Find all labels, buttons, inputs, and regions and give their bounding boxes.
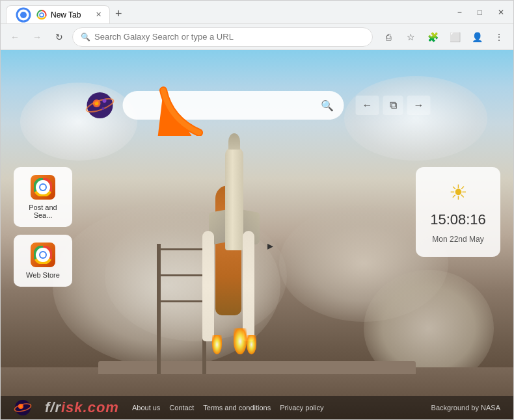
window-controls: − □ ✕ bbox=[453, 7, 508, 18]
galaxy-search-button[interactable]: 🔍 bbox=[321, 99, 334, 112]
sun-icon: ☀ bbox=[449, 180, 468, 205]
menu-button[interactable]: ⋮ bbox=[490, 28, 508, 46]
flame-left bbox=[212, 335, 222, 354]
new-tab-button[interactable]: + bbox=[110, 5, 128, 23]
svg-point-1 bbox=[20, 12, 27, 18]
shortcut-label-post: Post and Sea... bbox=[24, 203, 62, 219]
search-nav-left[interactable]: ← bbox=[356, 96, 379, 115]
footer-brand: f/risk.com bbox=[45, 399, 119, 416]
address-input[interactable] bbox=[94, 32, 364, 42]
clock-time: 15:08:16 bbox=[430, 211, 486, 228]
profile-button[interactable]: 👤 bbox=[468, 28, 486, 46]
active-tab[interactable]: New Tab ✕ bbox=[6, 5, 110, 23]
svg-point-3 bbox=[40, 13, 44, 17]
galaxy-search-box[interactable]: 🔍 bbox=[123, 91, 344, 120]
footer-link-terms[interactable]: Terms and conditions bbox=[203, 404, 271, 412]
chrome-logo-svg bbox=[34, 178, 52, 196]
orange-arrow-svg bbox=[157, 84, 209, 136]
galaxy-logo-svg bbox=[84, 89, 116, 122]
shuttle-nose bbox=[228, 133, 240, 150]
window-button[interactable]: ⬜ bbox=[446, 28, 464, 46]
extensions-button[interactable]: 🧩 bbox=[424, 28, 442, 46]
tower-beam-1 bbox=[157, 300, 206, 302]
title-bar: New Tab ✕ + − □ ✕ bbox=[1, 1, 513, 24]
tower-left bbox=[157, 244, 161, 374]
reload-button[interactable]: ↻ bbox=[50, 28, 68, 46]
galaxy-logo bbox=[84, 89, 116, 122]
forward-button[interactable]: → bbox=[28, 28, 46, 46]
search-nav-arrows: ← ⧉ → bbox=[356, 96, 431, 115]
maximize-button[interactable]: □ bbox=[474, 7, 486, 18]
search-nav-pages[interactable]: ⧉ bbox=[383, 96, 403, 115]
shortcut-label-webstore: Web Store bbox=[26, 271, 60, 279]
svg-point-16 bbox=[40, 252, 46, 257]
tower-beam-3 bbox=[157, 248, 206, 250]
tab-bar: New Tab ✕ + bbox=[6, 1, 128, 23]
search-overlay: 🔍 ← ⧉ → bbox=[84, 89, 431, 122]
tab-close-button[interactable]: ✕ bbox=[96, 10, 101, 19]
clock-date: Mon 22nd May bbox=[432, 235, 483, 244]
shortcut-web-store[interactable]: Web Store bbox=[14, 235, 72, 287]
shortcut-post-and-sea[interactable]: Post and Sea... bbox=[14, 167, 72, 227]
shuttle-orbiter bbox=[225, 146, 243, 250]
tab-title: New Tab bbox=[51, 10, 81, 20]
shortcuts-panel: Post and Sea... Web Store bbox=[14, 167, 72, 287]
svg-point-8 bbox=[103, 99, 107, 103]
flame-right bbox=[247, 335, 256, 354]
share-button[interactable]: ⎙ bbox=[379, 28, 398, 46]
launch-platform bbox=[98, 361, 416, 374]
srb-right bbox=[243, 231, 254, 341]
close-button[interactable]: ✕ bbox=[494, 7, 508, 18]
browser-content: 🔍 ← ⧉ → bbox=[1, 50, 513, 419]
clock-widget: ☀ 15:08:16 Mon 22nd May bbox=[416, 167, 500, 257]
svg-point-13 bbox=[40, 185, 46, 190]
footer-link-privacy[interactable]: Privacy policy bbox=[280, 404, 323, 412]
tab-favicon bbox=[14, 6, 33, 24]
shortcut-icon-chrome bbox=[31, 175, 55, 200]
footer-logo bbox=[14, 399, 32, 417]
footer-bar: f/risk.com About us Contact Terms and co… bbox=[1, 396, 513, 419]
address-bar[interactable]: 🔍 bbox=[72, 27, 373, 47]
footer-brand-colored: isk.com bbox=[61, 399, 119, 415]
search-nav-right[interactable]: → bbox=[407, 96, 431, 115]
footer-nasa-credit: Background by NASA bbox=[431, 404, 500, 412]
address-bar-row: ← → ↻ 🔍 ⎙ ☆ 🧩 ⬜ 👤 ⋮ bbox=[1, 24, 513, 50]
toolbar-extras: ⎙ ☆ 🧩 ⬜ 👤 ⋮ bbox=[379, 28, 508, 46]
bookmark-button[interactable]: ☆ bbox=[401, 28, 420, 46]
shortcut-icon-chrome-2 bbox=[31, 243, 55, 267]
minimize-button[interactable]: − bbox=[453, 7, 466, 18]
flame-center bbox=[234, 328, 247, 354]
browser-window: New Tab ✕ + − □ ✕ ← → ↻ 🔍 ⎙ ☆ 🧩 ⬜ 👤 ⋮ bbox=[0, 0, 514, 420]
footer-logo-svg bbox=[14, 399, 32, 417]
orange-arrow-indicator bbox=[157, 84, 209, 138]
tab-favicon-chrome bbox=[36, 10, 47, 20]
chrome-logo-svg-2 bbox=[34, 246, 52, 264]
svg-point-9 bbox=[102, 107, 105, 110]
footer-links: About us Contact Terms and conditions Pr… bbox=[132, 404, 324, 412]
tower-beam-2 bbox=[157, 274, 206, 276]
address-search-icon: 🔍 bbox=[81, 33, 90, 42]
footer-link-about[interactable]: About us bbox=[132, 404, 160, 412]
srb-left bbox=[202, 231, 214, 341]
back-button[interactable]: ← bbox=[6, 28, 24, 46]
footer-link-contact[interactable]: Contact bbox=[169, 404, 194, 412]
